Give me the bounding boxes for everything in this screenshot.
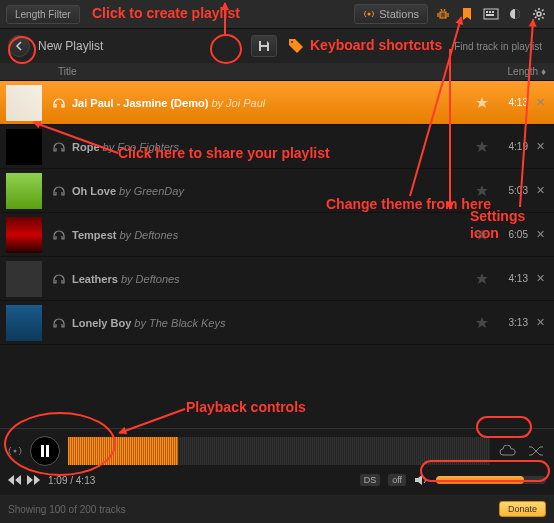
- tag-button[interactable]: [285, 35, 307, 57]
- playlist-toolbar: New Playlist Find track in playlist: [0, 29, 554, 63]
- ds-toggle[interactable]: DS: [360, 474, 381, 486]
- track-title: Lonely Boy by The Black Keys: [72, 317, 476, 329]
- volume-slider[interactable]: [436, 476, 546, 484]
- track-row[interactable]: Oh Love by GreenDay 5:03 ✕: [0, 169, 554, 213]
- svg-rect-3: [489, 11, 491, 13]
- remove-track-icon[interactable]: ✕: [536, 140, 548, 153]
- settings-icon[interactable]: [530, 5, 548, 23]
- remove-track-icon[interactable]: ✕: [536, 184, 548, 197]
- track-length: 5:03: [496, 185, 528, 196]
- column-title[interactable]: Title: [58, 66, 486, 77]
- track-length: 6:05: [496, 229, 528, 240]
- album-art: [6, 261, 42, 297]
- top-header: Length Filter Stations: [0, 0, 554, 29]
- android-icon[interactable]: [434, 5, 452, 23]
- album-art: [6, 129, 42, 165]
- svg-rect-2: [486, 11, 488, 13]
- svg-rect-8: [261, 41, 267, 45]
- keyboard-icon[interactable]: [482, 5, 500, 23]
- time-display: 1:09 / 4:13: [48, 475, 95, 486]
- search-input[interactable]: Find track in playlist: [454, 41, 542, 52]
- remove-track-icon[interactable]: ✕: [536, 272, 548, 285]
- back-button[interactable]: [8, 35, 30, 57]
- table-header: Title Length ♦: [0, 63, 554, 81]
- broadcast-icon: [8, 444, 22, 458]
- prev-button[interactable]: [8, 475, 22, 485]
- cloud-icon[interactable]: [498, 443, 518, 459]
- svg-rect-12: [41, 445, 44, 457]
- volume-icon[interactable]: [414, 474, 428, 486]
- svg-point-7: [537, 12, 541, 16]
- save-playlist-button[interactable]: [251, 35, 277, 57]
- play-pause-button[interactable]: [30, 436, 60, 466]
- remove-track-icon[interactable]: ✕: [536, 316, 548, 329]
- theme-icon[interactable]: [506, 5, 524, 23]
- shuffle-icon[interactable]: [526, 443, 546, 459]
- star-icon[interactable]: [476, 97, 488, 109]
- bookmark-icon[interactable]: [458, 5, 476, 23]
- star-icon[interactable]: [476, 141, 488, 153]
- waveform-seek[interactable]: [68, 437, 490, 465]
- track-title: Tempest by Deftones: [72, 229, 476, 241]
- track-row[interactable]: Tempest by Deftones 6:05 ✕: [0, 213, 554, 257]
- track-row[interactable]: Jai Paul - Jasmine (Demo) by Joi Paul 4:…: [0, 81, 554, 125]
- svg-rect-9: [261, 47, 267, 51]
- star-icon[interactable]: [476, 229, 488, 241]
- svg-point-10: [291, 41, 293, 43]
- track-length: 3:13: [496, 317, 528, 328]
- svg-rect-13: [46, 445, 49, 457]
- track-title: Jai Paul - Jasmine (Demo) by Joi Paul: [72, 97, 476, 109]
- stations-label: Stations: [379, 8, 419, 20]
- track-row[interactable]: Lonely Boy by The Black Keys 3:13 ✕: [0, 301, 554, 345]
- album-art: [6, 217, 42, 253]
- track-length: 4:13: [496, 97, 528, 108]
- headphone-icon: [52, 184, 66, 198]
- album-art: [6, 85, 42, 121]
- headphone-icon: [52, 272, 66, 286]
- svg-rect-4: [492, 11, 494, 13]
- remove-track-icon[interactable]: ✕: [536, 228, 548, 241]
- headphone-icon: [52, 316, 66, 330]
- headphone-icon: [52, 140, 66, 154]
- star-icon[interactable]: [476, 317, 488, 329]
- track-length: 4:13: [496, 273, 528, 284]
- track-title: Rope by Foo Fighters: [72, 141, 476, 153]
- donate-button[interactable]: Donate: [499, 501, 546, 517]
- album-art: [6, 305, 42, 341]
- next-button[interactable]: [26, 475, 40, 485]
- track-list: Jai Paul - Jasmine (Demo) by Joi Paul 4:…: [0, 81, 554, 345]
- player: 1:09 / 4:13 DS off: [0, 428, 554, 495]
- broadcast-icon: [363, 8, 375, 20]
- svg-rect-5: [486, 14, 494, 16]
- length-filter-button[interactable]: Length Filter: [6, 5, 80, 24]
- star-icon[interactable]: [476, 185, 488, 197]
- track-row[interactable]: Leathers by Deftones 4:13 ✕: [0, 257, 554, 301]
- showing-count: Showing 100 of 200 tracks: [8, 504, 126, 515]
- headphone-icon: [52, 228, 66, 242]
- track-length: 4:19: [496, 141, 528, 152]
- remove-track-icon[interactable]: ✕: [536, 96, 548, 109]
- track-row[interactable]: Rope by Foo Fighters 4:19 ✕: [0, 125, 554, 169]
- footer: Showing 100 of 200 tracks Donate: [0, 495, 554, 523]
- svg-point-11: [14, 450, 17, 453]
- album-art: [6, 173, 42, 209]
- annotation-playback: Playback controls: [186, 399, 306, 415]
- star-icon[interactable]: [476, 273, 488, 285]
- headphone-icon: [52, 96, 66, 110]
- playlist-name: New Playlist: [38, 39, 103, 53]
- track-title: Oh Love by GreenDay: [72, 185, 476, 197]
- column-length[interactable]: Length ♦: [486, 66, 546, 77]
- track-title: Leathers by Deftones: [72, 273, 476, 285]
- stations-button[interactable]: Stations: [354, 4, 428, 24]
- off-toggle[interactable]: off: [388, 474, 406, 486]
- svg-point-0: [368, 13, 371, 16]
